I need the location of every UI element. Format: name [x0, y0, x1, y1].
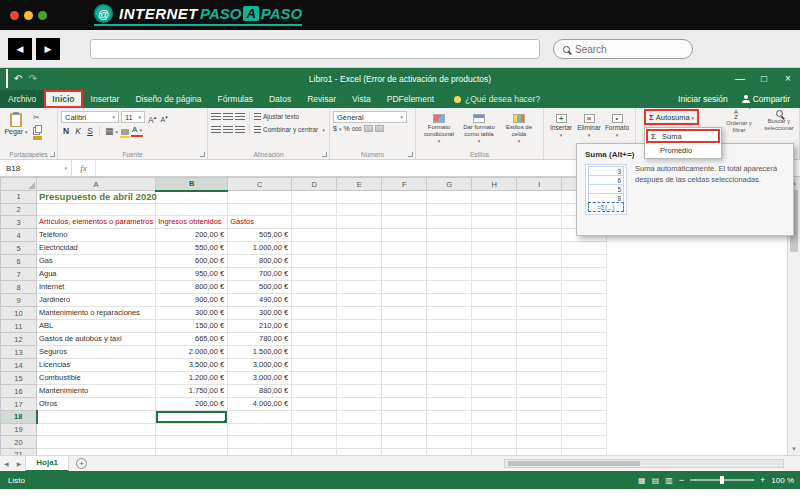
cell-B4[interactable]: 200,00 €	[156, 229, 228, 242]
cell-C17[interactable]: 4.000,00 €	[228, 398, 292, 411]
row-header-10[interactable]: 10	[1, 307, 37, 320]
align-middle-button[interactable]	[223, 113, 233, 121]
cell-F12[interactable]	[382, 333, 427, 346]
search-input[interactable]	[575, 44, 675, 55]
align-bottom-button[interactable]	[235, 113, 245, 121]
cell-E13[interactable]	[337, 346, 382, 359]
fill-color-button[interactable]	[121, 129, 129, 135]
font-dialog-launcher[interactable]	[200, 152, 205, 157]
search-box[interactable]	[553, 39, 693, 59]
font-color-button[interactable]: A	[131, 125, 143, 137]
back-button[interactable]: ◀	[8, 38, 32, 60]
zoom-out-button[interactable]: −	[679, 476, 684, 485]
cell-G16[interactable]	[427, 385, 472, 398]
borders-button[interactable]	[104, 125, 119, 137]
cell-H1[interactable]	[472, 191, 517, 204]
cell-E6[interactable]	[337, 255, 382, 268]
horizontal-scrollbar[interactable]	[504, 459, 784, 468]
ribbon-tab-insertar[interactable]: Insertar	[83, 90, 128, 108]
cell-C5[interactable]: 1.000,00 €	[228, 242, 292, 255]
cell-H13[interactable]	[472, 346, 517, 359]
cell-A7[interactable]: Agua	[37, 268, 156, 281]
comma-style-button[interactable]: 000	[352, 126, 362, 132]
col-header-B[interactable]: B	[156, 178, 228, 191]
cell-A13[interactable]: Seguros	[37, 346, 156, 359]
cell-C20[interactable]	[228, 436, 292, 449]
cell-D15[interactable]	[292, 372, 337, 385]
cell-J15[interactable]	[562, 372, 607, 385]
currency-format-button[interactable]: $	[333, 125, 341, 132]
cut-button[interactable]: ✂	[33, 114, 54, 122]
cell-D19[interactable]	[292, 423, 337, 436]
cell-E11[interactable]	[337, 320, 382, 333]
row-header-16[interactable]: 16	[1, 385, 37, 398]
cell-H11[interactable]	[472, 320, 517, 333]
cell-D17[interactable]	[292, 398, 337, 411]
cell-F10[interactable]	[382, 307, 427, 320]
cell-A20[interactable]	[37, 436, 156, 449]
cell-G11[interactable]	[427, 320, 472, 333]
row-header-6[interactable]: 6	[1, 255, 37, 268]
row-header-2[interactable]: 2	[1, 203, 37, 216]
cell-I18[interactable]	[517, 411, 562, 424]
cell-D5[interactable]	[292, 242, 337, 255]
cell-G2[interactable]	[427, 203, 472, 216]
cell-H2[interactable]	[472, 203, 517, 216]
cell-J9[interactable]	[562, 294, 607, 307]
cell-F4[interactable]	[382, 229, 427, 242]
col-header-A[interactable]: A	[37, 178, 156, 191]
cell-B14[interactable]: 3.500,00 €	[156, 359, 228, 372]
cell-F5[interactable]	[382, 242, 427, 255]
cell-B1[interactable]	[156, 191, 228, 204]
cell-A3[interactable]: Artículos, elementos o parametros	[37, 216, 156, 229]
cell-H5[interactable]	[472, 242, 517, 255]
cell-I8[interactable]	[517, 281, 562, 294]
cell-C14[interactable]: 3.000,00 €	[228, 359, 292, 372]
cell-G4[interactable]	[427, 229, 472, 242]
row-header-12[interactable]: 12	[1, 333, 37, 346]
cell-F16[interactable]	[382, 385, 427, 398]
row-header-11[interactable]: 11	[1, 320, 37, 333]
name-box[interactable]: B18 ▾	[0, 160, 72, 176]
cell-C19[interactable]	[228, 423, 292, 436]
insert-function-button[interactable]: fx	[72, 160, 96, 176]
ribbon-tab-fórmulas[interactable]: Fórmulas	[210, 90, 261, 108]
cell-A4[interactable]: Teléfono	[37, 229, 156, 242]
add-sheet-button[interactable]: +	[76, 458, 87, 469]
window-dot-red[interactable]	[10, 11, 19, 20]
cell-E5[interactable]	[337, 242, 382, 255]
cell-J13[interactable]	[562, 346, 607, 359]
format-as-table-button[interactable]: Dar formato como tabla	[459, 111, 499, 148]
cell-B7[interactable]: 950,00 €	[156, 268, 228, 281]
cell-J14[interactable]	[562, 359, 607, 372]
cell-D10[interactable]	[292, 307, 337, 320]
cell-J18[interactable]	[562, 411, 607, 424]
cell-G7[interactable]	[427, 268, 472, 281]
cell-A18[interactable]	[37, 411, 156, 424]
cell-D6[interactable]	[292, 255, 337, 268]
cell-C8[interactable]: 500,00 €	[228, 281, 292, 294]
cell-G8[interactable]	[427, 281, 472, 294]
cell-B19[interactable]	[156, 423, 228, 436]
cell-F3[interactable]	[382, 216, 427, 229]
cell-F7[interactable]	[382, 268, 427, 281]
autosum-menu-item-promedio[interactable]: Promedio	[646, 143, 720, 157]
underline-button[interactable]: S	[85, 125, 95, 137]
cell-D20[interactable]	[292, 436, 337, 449]
row-header-20[interactable]: 20	[1, 436, 37, 449]
merge-center-button[interactable]: Combinar y centrar	[254, 126, 325, 134]
cell-G14[interactable]	[427, 359, 472, 372]
cell-J6[interactable]	[562, 255, 607, 268]
cell-H7[interactable]	[472, 268, 517, 281]
cell-D16[interactable]	[292, 385, 337, 398]
cell-A8[interactable]: Internet	[37, 281, 156, 294]
cell-C15[interactable]: 3.000,00 €	[228, 372, 292, 385]
col-header-G[interactable]: G	[427, 178, 472, 191]
col-header-E[interactable]: E	[337, 178, 382, 191]
cell-F15[interactable]	[382, 372, 427, 385]
cell-G10[interactable]	[427, 307, 472, 320]
row-header-1[interactable]: 1	[1, 191, 37, 204]
cell-A2[interactable]	[37, 203, 156, 216]
col-header-D[interactable]: D	[292, 178, 337, 191]
cell-B18[interactable]	[156, 411, 228, 424]
